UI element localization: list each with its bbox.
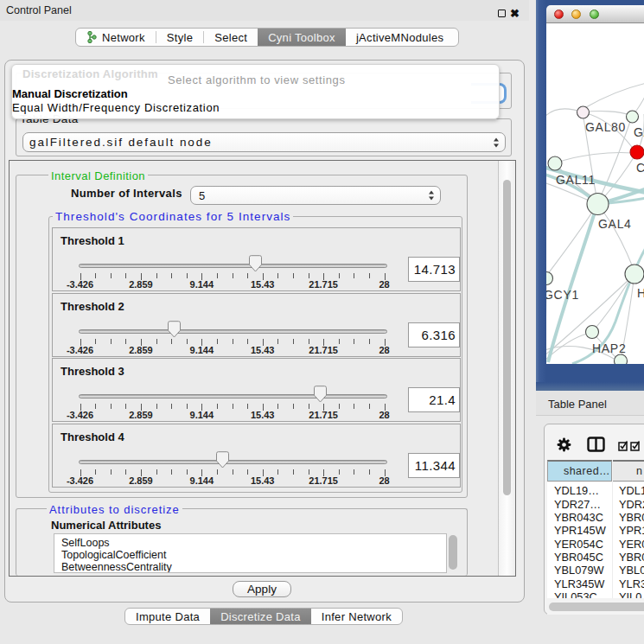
svg-text:GAL4: GAL4	[598, 217, 632, 231]
svg-text:GCY1: GCY1	[546, 288, 579, 302]
svg-text:HA: HA	[637, 286, 644, 300]
svg-text:GAL80: GAL80	[585, 120, 626, 134]
svg-text:GAL11: GAL11	[556, 173, 596, 187]
svg-text:CY: CY	[636, 161, 644, 175]
svg-text:GA: GA	[634, 125, 644, 139]
svg-text:HAP2: HAP2	[592, 341, 626, 355]
